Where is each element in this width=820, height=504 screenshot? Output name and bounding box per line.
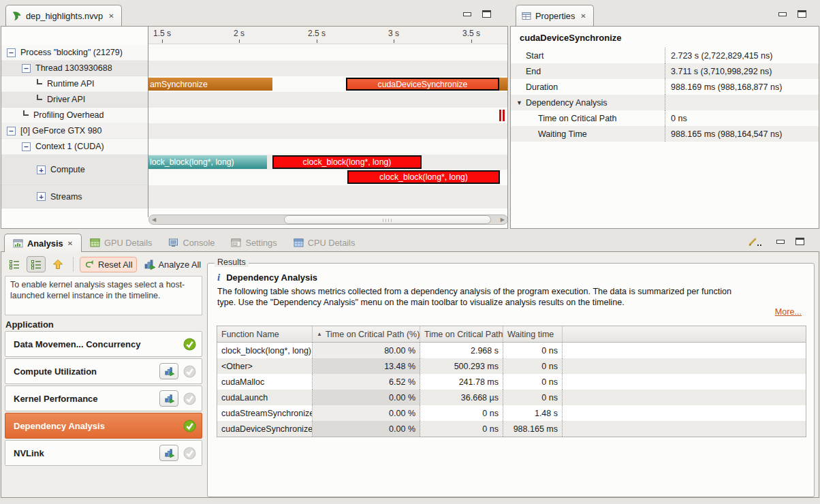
timeline-horizontal-scrollbar[interactable]: ◀ ▶: [148, 215, 508, 225]
minimize-button[interactable]: [463, 12, 471, 16]
tab-dep-highlights[interactable]: dep_highlights.nvvp ✕: [5, 5, 122, 26]
tab-console[interactable]: Console: [160, 234, 223, 252]
tab-properties[interactable]: Properties ✕: [516, 5, 594, 26]
check-pending-icon: [183, 447, 196, 460]
analysis-stage-dependency-analysis[interactable]: Dependency Analysis: [5, 413, 202, 439]
timeline-bar[interactable]: lock_block(long*, long): [148, 155, 267, 169]
tab-label: Properties: [535, 11, 575, 21]
analysis-stage-nvlink[interactable]: NVLink: [5, 440, 202, 466]
timeline-bar-fragment[interactable]: [503, 110, 505, 121]
timeline-tree-row[interactable]: +Compute: [1, 155, 148, 185]
timeline-tree-row[interactable]: Driver API: [1, 92, 148, 108]
up-arrow-icon[interactable]: [49, 257, 67, 272]
table-row[interactable]: cudaDeviceSynchronize0.00 %0 ns988.165 m…: [217, 421, 806, 437]
table-row[interactable]: cudaMalloc6.52 %241.78 ms0 ns: [217, 374, 806, 390]
reset-all-button[interactable]: Reset All: [80, 257, 137, 272]
property-row[interactable]: Start2.723 s (2,722,829,415 ns): [511, 48, 819, 63]
scrollbar-thumb[interactable]: [284, 215, 491, 224]
analysis-stage-kernel-performance[interactable]: Kernel Performance: [5, 385, 202, 411]
ruler-tick-label: 2.5 s: [308, 29, 326, 38]
column-header[interactable]: Waiting time: [503, 326, 563, 342]
table-row[interactable]: cudaLaunch0.00 %36.668 µs0 ns: [217, 390, 806, 405]
table-cell: 80.00 %: [313, 343, 420, 358]
tab-settings[interactable]: Settings: [223, 234, 285, 252]
analyze-stage-button[interactable]: [159, 390, 178, 407]
scroll-left-icon[interactable]: ◀: [152, 216, 156, 224]
timeline-bar[interactable]: clock_block(long*, long): [272, 155, 422, 169]
timeline-tree-row[interactable]: −Process "blocking" (21279): [1, 45, 148, 61]
tree-timeline-divider[interactable]: [148, 27, 148, 217]
timeline-tree-row[interactable]: −Thread 1303930688: [1, 61, 148, 76]
table-cell-filler: [563, 358, 806, 374]
collapse-icon[interactable]: −: [7, 127, 16, 136]
tab-cpu-details[interactable]: CPU Details: [285, 234, 364, 252]
timeline-bar-fragment[interactable]: [499, 110, 501, 121]
results-table[interactable]: Function Name▲Time on Critical Path (%)T…: [217, 326, 806, 437]
property-row[interactable]: End3.711 s (3,710,998,292 ns): [511, 63, 819, 79]
ruler-tick-label: 1.5 s: [153, 29, 171, 38]
timeline-tree-row[interactable]: Runtime API: [1, 76, 148, 92]
timeline-row-stripe: [148, 108, 508, 123]
table-row[interactable]: cudaStreamSynchronize0.00 %0 ns1.48 s: [217, 405, 806, 421]
expand-arrow-icon[interactable]: ▼: [516, 99, 522, 106]
analyze-all-button[interactable]: Analyze All: [140, 257, 205, 272]
collapse-list-icon[interactable]: [27, 256, 46, 272]
analyze-stage-button[interactable]: [159, 445, 178, 461]
table-row[interactable]: clock_block(long*, long)80.00 %2.968 s0 …: [217, 343, 806, 358]
timeline-tree-row[interactable]: −[0] GeForce GTX 980: [1, 123, 148, 139]
analysis-stage-data-movemen-concurrency[interactable]: Data Movemen... Concurrency: [5, 331, 202, 357]
close-icon[interactable]: ✕: [108, 12, 114, 20]
timeline-bar-fragment[interactable]: [499, 78, 508, 91]
property-row[interactable]: Time on Critical Path0 ns: [511, 110, 819, 126]
timeline-tree-row[interactable]: Profiling Overhead: [1, 108, 148, 123]
table-row[interactable]: <Other>13.48 %500.293 ms0 ns: [217, 358, 806, 374]
column-header[interactable]: ▲Time on Critical Path (%): [313, 326, 420, 342]
more-link[interactable]: More...: [775, 307, 802, 317]
ruler-tick-label: 3 s: [388, 29, 399, 38]
maximize-button[interactable]: [482, 10, 491, 18]
table-cell: 0 ns: [503, 358, 563, 374]
expand-list-icon[interactable]: [5, 257, 23, 272]
tab-analysis[interactable]: Analysis✕: [4, 234, 82, 252]
column-header[interactable]: Time on Critical Path: [420, 326, 503, 342]
timeline-view: 1.5 s2 s2.5 s3 s3.5 s −Process "blocking…: [1, 26, 508, 229]
view-menu-icon[interactable]: [748, 236, 763, 247]
timeline-bar[interactable]: cudaDeviceSynchronize: [346, 78, 499, 91]
tab-gpu-details[interactable]: GPU Details: [82, 234, 160, 252]
table-cell: <Other>: [217, 358, 313, 374]
timeline-tree-row[interactable]: −Context 1 (CUDA): [1, 139, 148, 155]
timeline-ruler[interactable]: 1.5 s2 s2.5 s3 s3.5 s: [148, 27, 508, 44]
expand-icon[interactable]: +: [37, 166, 46, 174]
table-cell: cudaMalloc: [217, 374, 313, 390]
property-value: 3.711 s (3,710,998,292 ns): [665, 63, 819, 79]
analyze-stage-button[interactable]: [159, 363, 178, 379]
collapse-icon[interactable]: −: [7, 48, 16, 57]
timeline-rows[interactable]: amSynchronizecudaDeviceSynchronizelock_b…: [148, 45, 508, 208]
timeline-bar[interactable]: amSynchronize: [148, 78, 272, 91]
results-group: i Dependency Analysis The following tabl…: [207, 263, 815, 497]
results-group-label: Results: [215, 257, 249, 267]
property-row[interactable]: Duration988.169 ms (988,168,877 ns): [511, 79, 819, 95]
close-icon[interactable]: ✕: [580, 12, 586, 20]
analysis-stage-compute-utilization[interactable]: Compute Utilization: [5, 358, 202, 384]
collapse-icon[interactable]: −: [22, 142, 31, 151]
collapse-icon[interactable]: −: [22, 64, 31, 73]
minimize-button[interactable]: [776, 240, 785, 244]
minimize-button[interactable]: [778, 12, 787, 16]
maximize-button[interactable]: [798, 10, 806, 18]
column-header[interactable]: Function Name: [217, 326, 313, 342]
maximize-button[interactable]: [795, 238, 804, 245]
scroll-right-icon[interactable]: ▶: [501, 216, 505, 224]
property-label-text: Waiting Time: [538, 129, 587, 139]
tree-branch-icon: [23, 110, 29, 116]
property-row[interactable]: ▼Dependency Analysis: [511, 95, 819, 110]
expand-icon[interactable]: +: [37, 192, 46, 201]
property-label-text: Duration: [526, 82, 558, 92]
close-icon[interactable]: ✕: [67, 240, 73, 247]
ruler-tick-mark: [317, 40, 317, 43]
property-label: End: [511, 67, 665, 76]
property-row[interactable]: Waiting Time988.165 ms (988,164,547 ns): [511, 126, 819, 142]
property-value: 988.169 ms (988,168,877 ns): [665, 79, 819, 95]
timeline-tree-row[interactable]: +Streams: [1, 185, 148, 208]
timeline-bar[interactable]: clock_block(long*, long): [347, 170, 500, 184]
